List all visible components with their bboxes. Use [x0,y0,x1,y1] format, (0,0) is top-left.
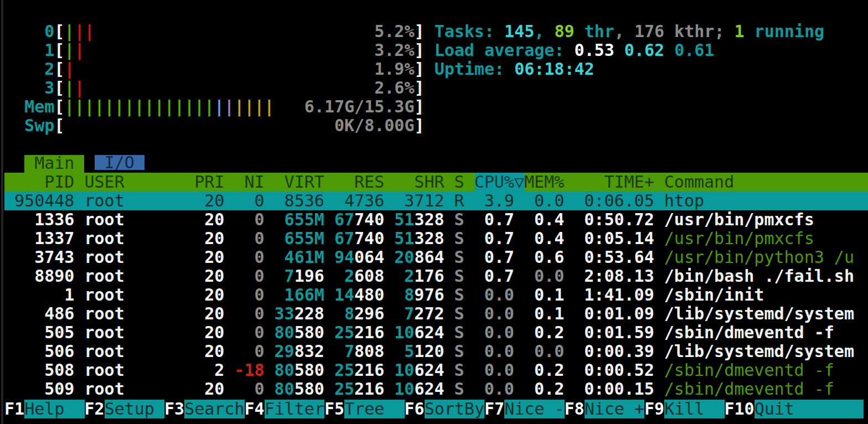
cell-pri: 20 [194,323,224,342]
tasks-line-segment: running [745,22,825,41]
process-row[interactable]: 506root2002983278085120S0.00.00:00.39/li… [4,342,868,361]
fnkey-F2[interactable]: F2 [85,400,105,418]
cell-user: root [84,304,184,323]
meter-bar: | [64,97,74,116]
fnkey-F8[interactable]: F8 [565,400,585,418]
fnlabel-F6[interactable]: SortBy [425,400,484,418]
meters-panel: 0[|||5.2%]1[||3.2%]2[|1.9%]3[||2.6%]Mem[… [4,22,425,135]
fnlabel-F5[interactable]: Tree [344,400,404,418]
cell-user: root [84,323,184,342]
num-high: 4 [344,191,354,210]
tab-main[interactable]: Main [24,155,84,173]
num-low: 196 [294,266,324,286]
column-header-virt[interactable]: VIRT [275,173,324,192]
fnlabel-F4[interactable]: Filter [265,400,324,418]
cell-command: htop [664,192,868,210]
meter-body-cpu0: |||5.2% [64,22,414,41]
cell-pid: 486 [4,304,74,323]
meter-bar: | [105,97,115,116]
cell-time: 0:01.59 [574,323,654,342]
cell-cpu: 3.9 [474,192,514,210]
process-row[interactable]: 509root200805802521610624S0.00.20:00.15/… [4,380,868,399]
column-header-time[interactable]: TIME+ [574,173,654,192]
num-low: 580 [294,379,324,399]
fnlabel-F1[interactable]: Help [24,400,84,418]
fnkey-F7[interactable]: F7 [484,400,504,418]
num-low: 832 [294,342,324,361]
num-low: 580 [294,360,324,380]
process-row[interactable]: 508root2-18805802521610624S0.00.20:00.52… [4,361,868,380]
tab-io[interactable]: I/O [95,155,144,170]
num-low: 296 [354,304,384,323]
fnlabel-F3[interactable]: Search [184,400,244,418]
cell-time: 0:06.05 [574,192,654,210]
column-header-ni[interactable]: NI [234,173,264,192]
process-row[interactable]: 1root200166M144808976S0.00.11:41.09/sbin… [4,286,868,304]
num-high: 10 [394,379,414,399]
num-high: 2 [344,266,354,286]
fnlabel-F7[interactable]: Nice - [504,400,564,418]
num-low: 740 [354,229,384,248]
fnkey-F3[interactable]: F3 [164,400,184,418]
meter-close-bracket: ] [415,116,425,135]
column-header-shr[interactable]: SHR [394,173,444,192]
column-header-mem[interactable]: MEM% [524,173,564,192]
column-header-cpu[interactable]: CPU%▽ [474,173,514,192]
cell-command: /bin/bash ./fail.sh [664,267,868,286]
fnkey-F4[interactable]: F4 [245,400,265,418]
cell-virt: 655M [275,210,324,229]
meter-swp: Swp[0K/8.00G] [4,116,425,135]
cell-state: S [454,267,464,286]
meter-cpu0: 0[|||5.2%] [4,22,425,41]
column-header-command[interactable]: Command [664,173,868,192]
fnlabel-F8[interactable]: Nice + [585,400,644,418]
process-row[interactable]: 1336root200655M6774051328S0.70.40:50.72/… [4,210,868,229]
tasks-line: Tasks: 145, 89 thr, 176 kthr; 1 running [435,22,824,41]
meter-bars-cpu2: | [64,60,74,79]
cell-command: /usr/bin/python3 /u [664,248,868,267]
meter-close-bracket: ] [415,79,425,97]
cell-user: root [84,248,184,267]
fnkey-F5[interactable]: F5 [324,400,344,418]
meter-bar: | [74,22,84,41]
cell-time: 2:08.13 [574,267,654,286]
fnkey-F6[interactable]: F6 [405,400,425,418]
load-average-line: Load average: 0.53 0.62 0.61 [435,41,824,60]
cell-res: 67740 [334,210,384,229]
tasks-line-segment: , [614,22,634,41]
cell-virt: 7196 [275,267,324,286]
cell-virt: 461M [275,248,324,267]
meter-value-swp: 0K/8.00G [334,116,415,135]
cell-time: 0:00.52 [574,361,654,380]
fnlabel-F10[interactable]: Quit [755,400,864,418]
process-row[interactable]: 486root2003322882967272S0.00.10:01.09/li… [4,304,868,323]
process-row[interactable]: 3743root200461M9406420864S0.70.60:53.64/… [4,248,868,267]
process-row[interactable]: 1337root200655M6774051328S0.70.40:05.14/… [4,229,868,248]
column-header-user[interactable]: USER [84,173,184,192]
cell-pri: 20 [194,342,224,361]
fnkey-F9[interactable]: F9 [644,400,664,418]
column-header-s[interactable]: S [454,173,464,192]
cell-shr: 20864 [394,248,444,267]
process-row[interactable]: 505root200805802521610624S0.00.20:01.59/… [4,323,868,342]
num-low: 480 [354,285,384,304]
cell-pid: 1336 [4,210,74,229]
window-edge [1,0,3,424]
meter-close-bracket: ] [415,97,425,116]
column-header-pid[interactable]: PID [4,173,74,192]
fnlabel-F2[interactable]: Setup [105,400,164,418]
meter-bar: | [125,97,135,116]
meter-bar: | [74,97,84,116]
process-row[interactable]: 950448root200853647363712R3.90.00:06.05h… [4,192,868,210]
meter-label-cpu2: 2 [4,60,54,79]
column-header-pri[interactable]: PRI [194,173,224,192]
num-high: 33 [275,304,294,323]
process-row[interactable]: 8890root200719626082176S0.70.02:08.13/bi… [4,267,868,286]
column-header-res[interactable]: RES [334,173,384,192]
cell-user: root [84,361,184,380]
fnkey-F1[interactable]: F1 [4,400,24,418]
fnkey-F10[interactable]: F10 [725,400,755,418]
meter-bar: | [234,97,244,116]
cell-ni: 0 [234,323,264,342]
fnlabel-F9[interactable]: Kill [664,400,724,418]
